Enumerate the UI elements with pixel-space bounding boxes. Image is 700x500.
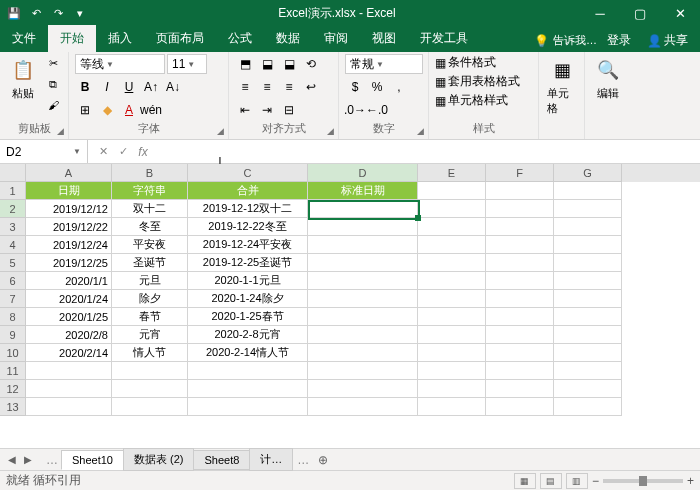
percent-icon[interactable]: % xyxy=(367,77,387,97)
cell[interactable]: 元宵 xyxy=(112,326,188,344)
sheet-tab-3[interactable]: 计… xyxy=(249,448,293,471)
redo-icon[interactable]: ↷ xyxy=(50,5,66,21)
cell[interactable] xyxy=(308,218,418,236)
cell[interactable] xyxy=(554,236,622,254)
orientation-icon[interactable]: ⟲ xyxy=(301,54,321,74)
cell[interactable] xyxy=(418,362,486,380)
cell[interactable] xyxy=(418,398,486,416)
sheet-nav-prev-icon[interactable]: ◀ xyxy=(4,452,20,468)
cell[interactable]: 圣诞节 xyxy=(112,254,188,272)
increase-indent-icon[interactable]: ⇥ xyxy=(257,100,277,120)
zoom-out-icon[interactable]: − xyxy=(592,474,599,488)
cell[interactable]: 元旦 xyxy=(112,272,188,290)
clipboard-launcher-icon[interactable]: ◢ xyxy=(54,125,66,137)
sheet-tab-more[interactable]: … xyxy=(42,453,62,467)
cell[interactable]: 2019-12-22冬至 xyxy=(188,218,308,236)
cell[interactable] xyxy=(418,290,486,308)
tell-me-icon[interactable]: 💡 xyxy=(534,34,549,48)
cell[interactable] xyxy=(554,398,622,416)
format-painter-icon[interactable]: 🖌 xyxy=(44,96,62,114)
align-left-icon[interactable]: ≡ xyxy=(235,77,255,97)
row-header[interactable]: 11 xyxy=(0,362,26,380)
sheet-tab-2[interactable]: Sheet8 xyxy=(193,450,250,470)
cell[interactable]: 2019/12/12 xyxy=(26,200,112,218)
cell[interactable] xyxy=(308,326,418,344)
cell[interactable] xyxy=(554,272,622,290)
tab-view[interactable]: 视图 xyxy=(360,25,408,52)
font-name-combo[interactable]: 等线▼ xyxy=(75,54,165,74)
bold-button[interactable]: B xyxy=(75,77,95,97)
cell[interactable]: 2020/1/24 xyxy=(26,290,112,308)
cell[interactable] xyxy=(554,380,622,398)
italic-button[interactable]: I xyxy=(97,77,117,97)
cell[interactable]: 2019/12/25 xyxy=(26,254,112,272)
cell[interactable]: 2020/2/8 xyxy=(26,326,112,344)
decrease-indent-icon[interactable]: ⇤ xyxy=(235,100,255,120)
align-top-icon[interactable]: ⬒ xyxy=(235,54,255,74)
cell[interactable] xyxy=(418,380,486,398)
cell[interactable]: 除夕 xyxy=(112,290,188,308)
cell[interactable] xyxy=(418,182,486,200)
cell[interactable]: 2020/1/25 xyxy=(26,308,112,326)
cell[interactable] xyxy=(308,398,418,416)
font-size-combo[interactable]: 11▼ xyxy=(167,54,207,74)
tab-home[interactable]: 开始 xyxy=(48,25,96,52)
maximize-button[interactable]: ▢ xyxy=(620,0,660,26)
cell[interactable] xyxy=(188,380,308,398)
cell[interactable] xyxy=(554,326,622,344)
cell[interactable] xyxy=(26,380,112,398)
cell[interactable] xyxy=(554,218,622,236)
increase-decimal-icon[interactable]: .0→ xyxy=(345,100,365,120)
cell[interactable] xyxy=(418,344,486,362)
select-all-corner[interactable] xyxy=(0,164,26,182)
cell[interactable] xyxy=(486,200,554,218)
cell[interactable] xyxy=(486,182,554,200)
page-break-view-icon[interactable]: ▥ xyxy=(566,473,588,489)
row-header[interactable]: 1 xyxy=(0,182,26,200)
cell[interactable]: 2020/1/1 xyxy=(26,272,112,290)
cell[interactable] xyxy=(554,344,622,362)
qat-customize-icon[interactable]: ▾ xyxy=(72,5,88,21)
sheet-tab-more-right[interactable]: … xyxy=(293,453,313,467)
col-header-e[interactable]: E xyxy=(418,164,486,182)
cell[interactable] xyxy=(308,236,418,254)
cell[interactable]: 2020-1-25春节 xyxy=(188,308,308,326)
login-link[interactable]: 登录 xyxy=(607,32,631,49)
phonetic-icon[interactable]: wén xyxy=(141,100,161,120)
decrease-decimal-icon[interactable]: ←.0 xyxy=(367,100,387,120)
cell-styles-button[interactable]: ▦单元格样式 xyxy=(435,92,508,109)
cell[interactable] xyxy=(112,398,188,416)
col-header-d[interactable]: D xyxy=(308,164,418,182)
cell[interactable]: 2019-12-12双十二 xyxy=(188,200,308,218)
cell[interactable] xyxy=(26,362,112,380)
align-right-icon[interactable]: ≡ xyxy=(279,77,299,97)
cell[interactable] xyxy=(554,362,622,380)
format-table-button[interactable]: ▦套用表格格式 xyxy=(435,73,520,90)
cell[interactable] xyxy=(554,182,622,200)
cell[interactable] xyxy=(308,272,418,290)
cell[interactable] xyxy=(188,362,308,380)
tab-formulas[interactable]: 公式 xyxy=(216,25,264,52)
cell[interactable] xyxy=(112,362,188,380)
cell[interactable] xyxy=(308,200,418,218)
row-header[interactable]: 7 xyxy=(0,290,26,308)
col-header-b[interactable]: B xyxy=(112,164,188,182)
cell[interactable] xyxy=(554,308,622,326)
row-header[interactable]: 5 xyxy=(0,254,26,272)
normal-view-icon[interactable]: ▦ xyxy=(514,473,536,489)
share-button[interactable]: 👤 共享 xyxy=(641,29,694,52)
font-color-icon[interactable]: A xyxy=(119,100,139,120)
cell[interactable] xyxy=(486,344,554,362)
cell[interactable] xyxy=(486,362,554,380)
tab-review[interactable]: 审阅 xyxy=(312,25,360,52)
cell[interactable] xyxy=(554,290,622,308)
cell[interactable]: 平安夜 xyxy=(112,236,188,254)
currency-icon[interactable]: $ xyxy=(345,77,365,97)
cancel-formula-icon[interactable]: ✕ xyxy=(94,143,112,161)
cell[interactable] xyxy=(308,362,418,380)
row-header[interactable]: 8 xyxy=(0,308,26,326)
decrease-font-icon[interactable]: A↓ xyxy=(163,77,183,97)
row-header[interactable]: 10 xyxy=(0,344,26,362)
cell[interactable]: 2020-1-24除夕 xyxy=(188,290,308,308)
wrap-text-icon[interactable]: ↩ xyxy=(301,77,321,97)
